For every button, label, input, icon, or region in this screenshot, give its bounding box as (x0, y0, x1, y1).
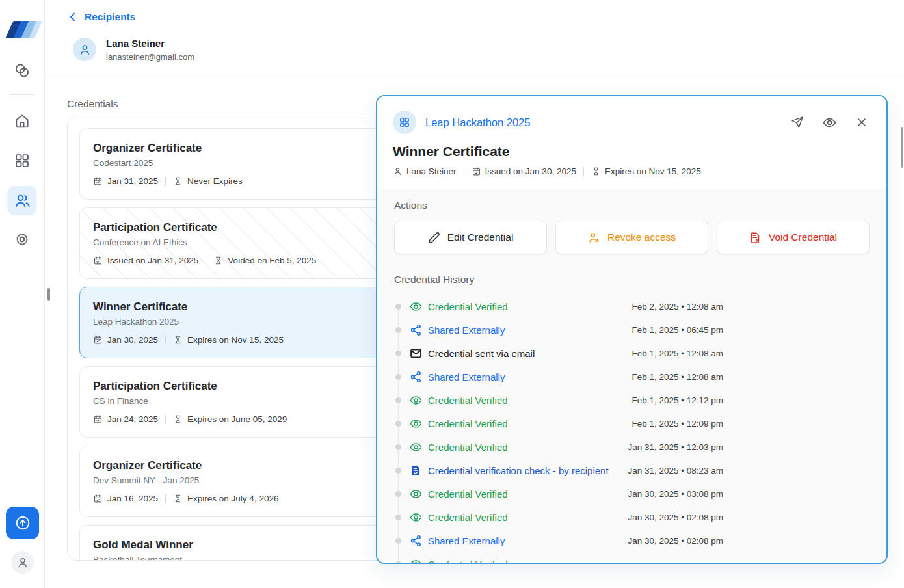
history-event-label[interactable]: Credential sent via email (428, 348, 631, 359)
revoke-credential-button[interactable]: Revoke access (555, 220, 708, 254)
credentials-section-label: Credentials (67, 98, 118, 110)
hourglass-icon (173, 494, 183, 503)
rail-divider (10, 94, 34, 95)
home-icon[interactable] (14, 113, 31, 129)
meta-expires: Expires on Nov 15, 2025 (605, 167, 701, 176)
history-event-label[interactable]: Credential Verified (428, 418, 631, 429)
close-icon[interactable] (855, 116, 868, 129)
text-cursor (47, 288, 50, 301)
history-event-time: Jan 31, 2025 • 08:23 am (628, 466, 723, 475)
void-credential-button[interactable]: Void Credential (717, 220, 870, 254)
history-event-label[interactable]: Credential Verified (428, 442, 628, 453)
verified-event-icon (410, 488, 422, 500)
history-item[interactable]: Shared Externally Jan 30, 2025 • 02:08 p… (394, 529, 723, 552)
history-event-time: Jan 30, 2025 • 03:08 pm (628, 489, 723, 499)
history-item[interactable]: Credential Verified Jan 30, 2025 • 02:08… (394, 505, 723, 529)
user-x-icon (588, 232, 600, 244)
history-event-label[interactable]: Shared Externally (428, 325, 631, 336)
card-expiry: Expires on Nov 15, 2025 (187, 334, 284, 345)
history-event-label[interactable]: Credential Verified (428, 559, 723, 565)
breadcrumb-label: Recipients (85, 11, 135, 23)
upload-button[interactable] (6, 507, 39, 539)
history-event-time: Feb 1, 2025 • 06:45 pm (631, 325, 723, 335)
card-issued-date: Jan 31, 2025 (107, 176, 158, 187)
credential-history-label: Credential History (394, 274, 870, 286)
card-expiry: Expires on June 05, 2029 (187, 414, 287, 425)
timeline-dot (395, 538, 401, 544)
pencil-icon (428, 232, 440, 244)
history-event-label[interactable]: Credential Verified (428, 301, 631, 312)
history-item[interactable]: Credential Verified Feb 1, 2025 • 12:12 … (394, 388, 723, 412)
calendar-icon (93, 256, 103, 265)
history-item[interactable]: Credential Verified Feb 2, 2025 • 12:08 … (394, 295, 723, 318)
calendar-icon (93, 494, 103, 503)
app-logo[interactable] (7, 20, 40, 40)
panel-title: Winner Certificate (393, 142, 870, 160)
edit-credential-button[interactable]: Edit Credential (394, 220, 547, 254)
history-item[interactable]: Credential Verified Feb 1, 2025 • 12:09 … (394, 412, 723, 435)
card-issued-date: Jan 24, 2025 (107, 414, 158, 425)
timeline-dot (395, 351, 401, 356)
issuer-link[interactable]: Leap Hackathon 2025 (425, 116, 530, 129)
hourglass-icon (173, 176, 183, 186)
history-event-label[interactable]: Credential verification check - by recip… (428, 465, 628, 476)
user-avatar (73, 38, 96, 61)
history-event-label[interactable]: Credential Verified (428, 488, 628, 500)
credential-history-list: Credential Verified Feb 2, 2025 • 12:08 … (394, 295, 870, 564)
issuer-grid-icon (393, 111, 416, 134)
breadcrumb-recipients[interactable]: Recipients (67, 11, 135, 23)
settings-gear-icon[interactable] (14, 231, 31, 248)
history-event-time: Jan 30, 2025 • 02:08 pm (628, 513, 723, 522)
verified-event-icon (410, 418, 422, 430)
person-icon (393, 167, 403, 176)
eye-icon[interactable] (823, 116, 836, 129)
shared-event-icon (410, 371, 422, 383)
panel-header: Leap Hackathon 2025 Winner Certificate L… (377, 96, 886, 189)
history-event-label[interactable]: Credential Verified (428, 512, 628, 523)
card-expiry: Voided on Feb 5, 2025 (228, 255, 316, 266)
verified-event-icon (410, 301, 422, 313)
history-event-time: Jan 31, 2025 • 12:03 pm (628, 442, 723, 452)
check-event-icon (410, 464, 422, 477)
actions-label: Actions (394, 200, 870, 211)
verified-event-icon (410, 441, 422, 453)
history-item[interactable]: Credential Verified Jan 30, 2025 • 03:08… (394, 482, 723, 505)
hourglass-icon (173, 335, 183, 345)
timeline-dot (395, 468, 401, 474)
history-event-label[interactable]: Shared Externally (428, 371, 631, 382)
timeline-dot (395, 561, 401, 565)
history-event-label[interactable]: Shared Externally (428, 535, 628, 546)
history-item[interactable]: Credential Verified (394, 552, 723, 564)
page-scrollbar-thumb[interactable] (901, 127, 903, 168)
shared-event-icon (410, 535, 422, 547)
history-event-time: Jan 30, 2025 • 02:08 pm (628, 536, 723, 546)
meta-recipient: Lana Steiner (406, 167, 457, 176)
user-name: Lana Steiner (106, 38, 165, 49)
history-event-time: Feb 2, 2025 • 12:08 am (631, 302, 723, 312)
timeline-dot (395, 327, 401, 333)
history-item[interactable]: Credential sent via email Feb 1, 2025 • … (394, 341, 723, 365)
timeline-dot (395, 514, 401, 520)
history-item[interactable]: Shared Externally Feb 1, 2025 • 06:45 pm (394, 318, 723, 341)
history-event-label[interactable]: Credential Verified (428, 395, 631, 406)
hourglass-icon (213, 256, 223, 265)
history-item[interactable]: Credential Verified Jan 31, 2025 • 12:03… (394, 435, 723, 459)
panel-meta: Lana Steiner Issued on Jan 30, 2025 Expi… (393, 167, 870, 176)
apps-grid-icon[interactable] (14, 152, 31, 169)
calendar-icon (93, 335, 103, 345)
timeline-dot (395, 491, 401, 497)
send-icon[interactable] (791, 116, 804, 129)
timeline-dot (395, 397, 401, 403)
recipients-nav-icon[interactable] (8, 186, 37, 215)
history-item[interactable]: Shared Externally Feb 1, 2025 • 12:08 am (394, 365, 723, 388)
hourglass-icon (591, 167, 601, 176)
card-issued-date: Jan 30, 2025 (107, 334, 158, 345)
timeline-dot (395, 444, 401, 450)
meta-issued: Issued on Jan 30, 2025 (485, 167, 576, 176)
history-item[interactable]: Credential verification check - by recip… (394, 459, 723, 482)
action-button-label: Edit Credential (447, 232, 514, 243)
overlapping-circles-icon[interactable] (14, 62, 31, 79)
account-avatar[interactable] (11, 551, 34, 574)
file-x-icon (749, 232, 762, 244)
card-expiry: Never Expires (187, 176, 243, 187)
